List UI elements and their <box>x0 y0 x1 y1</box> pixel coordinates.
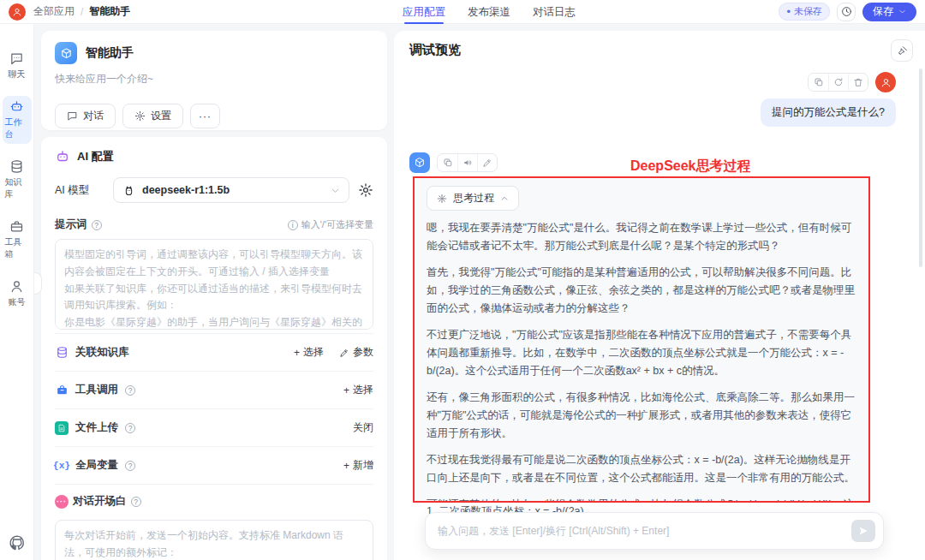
model-provider-icon <box>122 184 135 197</box>
model-settings-gear-icon[interactable] <box>358 182 373 198</box>
panel-collapse-handle[interactable] <box>34 272 42 295</box>
global-var-label: 全局变量 <box>75 458 118 473</box>
sidebar-item-account[interactable]: 账号 <box>3 276 32 312</box>
thinking-paragraph: 不过更广泛地说，"万能公式"应该是指那些能在各种情况下应用的普遍式子，不需要每个… <box>427 326 856 380</box>
plus-icon: + <box>294 347 300 359</box>
dialog-button-label: 对话 <box>83 109 104 123</box>
prompt-hint-text: 输入'/'可选择变量 <box>301 218 373 231</box>
toolbox-icon <box>9 219 24 234</box>
file-upload-state: 关闭 <box>353 420 373 435</box>
file-upload-row: 文件上传 ? 关闭 <box>55 408 373 446</box>
database-icon <box>9 159 24 174</box>
retry-icon[interactable] <box>828 74 848 91</box>
help-icon[interactable]: ? <box>92 220 102 230</box>
breadcrumb-separator: / <box>81 6 83 18</box>
assistant-message-header <box>409 152 498 173</box>
gear-icon <box>134 110 146 122</box>
copy-icon[interactable] <box>438 154 457 171</box>
chat-input[interactable] <box>438 525 851 537</box>
breadcrumb-all-apps[interactable]: 全部应用 <box>33 4 75 19</box>
ai-config-card: AI 配置 AI 模型 deepseek-r1:1.5b 提示词? i输入'/'… <box>41 137 387 560</box>
sidebar-item-label: 账号 <box>9 296 26 308</box>
sidebar-item-label: 知识库 <box>5 176 29 200</box>
thinking-icon <box>437 194 447 204</box>
sidebar-item-workbench[interactable]: 工作台 <box>3 96 32 144</box>
tool-label: 工具调用 <box>75 383 118 397</box>
delete-icon[interactable] <box>848 74 868 91</box>
more-icon: ··· <box>199 110 212 122</box>
opening-chat-icon: ··· <box>55 495 69 509</box>
tab-app-config[interactable]: 应用配置 <box>403 0 445 24</box>
thinking-paragraph: 可能还有其他的，比如一些组合数学里的公式，比如组合数公式C(n, k) = n!… <box>427 496 856 503</box>
plus-icon: + <box>343 460 349 472</box>
prompt-label: 提示词 <box>55 217 87 232</box>
unsaved-badge: •未保存 <box>779 3 830 21</box>
briefcase-icon <box>56 384 69 396</box>
knowledge-label: 关联知识库 <box>75 345 129 360</box>
github-icon <box>9 534 26 551</box>
plus-icon: + <box>343 384 349 396</box>
opening-label: 对话开场白 <box>73 494 127 509</box>
file-upload-toggle[interactable]: 关闭 <box>353 420 373 435</box>
clock-icon <box>841 6 852 17</box>
person-icon <box>880 77 892 88</box>
app-title: 智能助手 <box>86 45 134 61</box>
help-icon[interactable]: ? <box>125 461 135 471</box>
model-label: AI 模型 <box>55 183 113 198</box>
thinking-content: 嗯，我现在要弄清楚"万能公式"是什么。我记得之前在数学课上学过一些公式，但有时候… <box>427 219 856 503</box>
sidebar-item-knowledge[interactable]: 知识库 <box>3 156 32 204</box>
thinking-toggle[interactable]: 思考过程 <box>427 186 519 211</box>
robot-icon <box>55 149 70 164</box>
debug-preview-panel: 调试预览 提问的万能公式是什么? DeepSeek思考过程 <box>394 31 925 560</box>
user-avatar[interactable] <box>9 3 26 21</box>
help-icon[interactable]: ? <box>125 423 135 433</box>
info-icon: i <box>288 220 298 230</box>
send-button[interactable] <box>851 520 875 542</box>
history-button[interactable] <box>837 3 856 21</box>
tab-publish-channel[interactable]: 发布渠道 <box>468 0 510 24</box>
edit-icon[interactable] <box>477 154 497 171</box>
help-icon[interactable]: ? <box>125 385 135 396</box>
tool-select-button[interactable]: +选择 <box>343 383 373 397</box>
thinking-paragraph: 还有，像三角形面积的公式，有很多种情况，比如海伦公式、底乘高除二等。那么如果用一… <box>427 389 856 443</box>
thinking-paragraph: 不过现在我觉得最有可能是说二次函数的顶点坐标公式：x = -b/(2a)。这样无… <box>427 451 856 487</box>
robot-icon <box>9 99 24 114</box>
app-card-header: 智能助手 <box>55 42 373 64</box>
user-message-group: 提问的万能公式是什么? <box>761 72 896 127</box>
chat-icon <box>9 51 24 66</box>
help-icon[interactable]: ? <box>131 497 141 507</box>
settings-button[interactable]: 设置 <box>122 104 183 128</box>
opening-row: ··· 对话开场白 ? <box>55 484 373 518</box>
knowledge-select-label: 选择 <box>303 345 324 360</box>
clear-chat-button[interactable] <box>891 39 913 62</box>
chat-icon <box>67 110 78 122</box>
speaker-icon[interactable] <box>457 154 477 171</box>
more-button[interactable]: ··· <box>190 104 220 128</box>
global-var-add-button[interactable]: +新增 <box>343 458 373 473</box>
copy-icon[interactable] <box>809 74 828 91</box>
breadcrumb-current: 智能助手 <box>89 4 130 19</box>
cube-icon <box>414 157 426 169</box>
opening-textarea[interactable] <box>55 520 373 560</box>
sidebar-item-chat[interactable]: 聊天 <box>3 48 32 84</box>
prompt-hint: i输入'/'可选择变量 <box>288 218 373 231</box>
annotation-deepseek-thinking: DeepSeek思考过程 <box>630 158 751 176</box>
settings-button-label: 设置 <box>151 109 171 123</box>
github-link[interactable] <box>9 534 26 551</box>
variable-icon: {x} <box>55 459 69 473</box>
chat-input-bar <box>425 512 884 550</box>
save-button[interactable]: 保存 <box>862 3 916 21</box>
top-tabs: 应用配置 发布渠道 对话日志 <box>403 0 576 24</box>
dialog-button[interactable]: 对话 <box>55 104 116 128</box>
tab-chat-log[interactable]: 对话日志 <box>533 0 576 24</box>
knowledge-params-button[interactable]: 参数 <box>339 345 373 360</box>
sidebar-item-toolbox[interactable]: 工具箱 <box>3 216 32 264</box>
app-subtitle[interactable]: 快来给应用一个介绍~ <box>55 72 373 86</box>
thinking-process-box: 思考过程 嗯，我现在要弄清楚"万能公式"是什么。我记得之前在数学课上学过一些公式… <box>413 176 870 503</box>
chat-scrollbar[interactable] <box>919 69 922 267</box>
model-select[interactable]: deepseek-r1:1.5b <box>113 177 349 203</box>
person-icon <box>9 279 24 294</box>
knowledge-select-button[interactable]: +选择 <box>294 345 324 360</box>
prompt-textarea[interactable] <box>55 239 373 330</box>
topbar-actions: •未保存 保存 <box>779 3 916 21</box>
